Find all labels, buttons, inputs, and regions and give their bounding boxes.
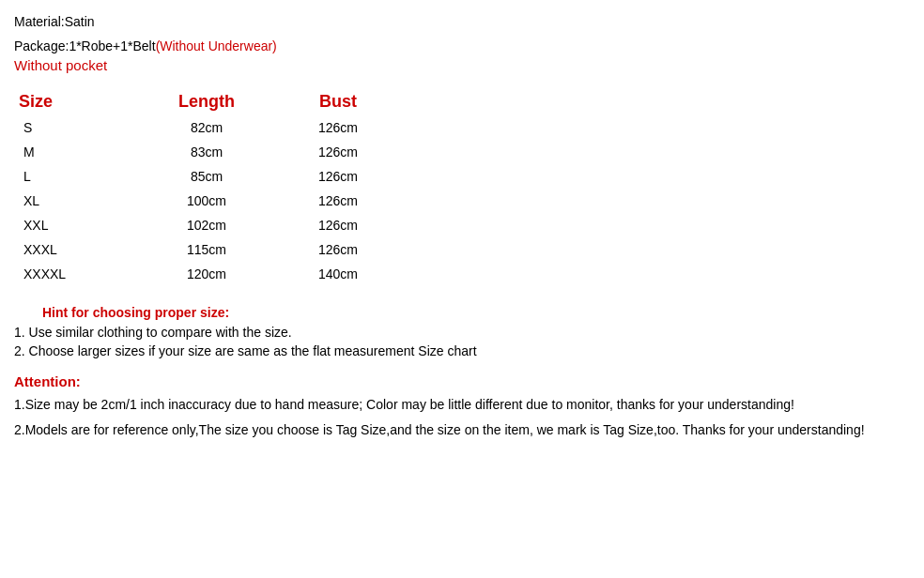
table-row: M83cm126cm [19,140,404,164]
table-row: XL100cm126cm [19,189,404,213]
hint-item: 2. Choose larger sizes if your size are … [14,343,910,358]
hint-section: Hint for choosing proper size: 1. Use si… [14,305,910,358]
table-cell: XL [19,189,141,213]
attention-title: Attention: [14,373,910,389]
table-cell: 126cm [272,213,404,237]
table-cell: 83cm [141,140,272,164]
table-cell: 126cm [272,189,404,213]
attention-section: Attention: 1.Size may be 2cm/1 inch inac… [14,373,910,440]
table-cell: 85cm [141,164,272,189]
table-cell: S [19,115,141,140]
material-line: Material:Satin [14,14,910,29]
table-cell: L [19,164,141,189]
package-prefix: 1*Robe+1*Belt [69,38,155,53]
material-label: Material: [14,14,65,29]
size-table-header-row: Size Length Bust [19,88,404,115]
size-col-header: Size [19,88,141,115]
table-cell: 126cm [272,115,404,140]
attention-item: 2.Models are for reference only,The size… [14,420,910,440]
bust-col-header: Bust [272,88,404,115]
table-cell: XXL [19,213,141,237]
table-row: L85cm126cm [19,164,404,189]
material-value: Satin [65,14,95,29]
table-row: XXL102cm126cm [19,213,404,237]
without-pocket-text: Without pocket [14,57,910,73]
table-row: S82cm126cm [19,115,404,140]
table-cell: 126cm [272,237,404,262]
table-cell: 140cm [272,262,404,286]
table-cell: 82cm [141,115,272,140]
package-line: Package:1*Robe+1*Belt(Without Underwear) [14,38,910,53]
table-cell: 115cm [141,237,272,262]
table-row: XXXXL120cm140cm [19,262,404,286]
size-table: Size Length Bust S82cm126cmM83cm126cmL85… [19,88,404,286]
table-row: XXXL115cm126cm [19,237,404,262]
table-cell: 126cm [272,164,404,189]
table-cell: 102cm [141,213,272,237]
table-cell: XXXXL [19,262,141,286]
hint-item: 1. Use similar clothing to compare with … [14,325,910,340]
table-cell: XXXL [19,237,141,262]
length-col-header: Length [141,88,272,115]
hint-title: Hint for choosing proper size: [42,305,910,320]
table-cell: 100cm [141,189,272,213]
package-label: Package: [14,38,69,53]
table-cell: M [19,140,141,164]
table-cell: 126cm [272,140,404,164]
table-cell: 120cm [141,262,272,286]
package-highlight: (Without Underwear) [156,38,277,53]
attention-item: 1.Size may be 2cm/1 inch inaccuracy due … [14,395,910,415]
